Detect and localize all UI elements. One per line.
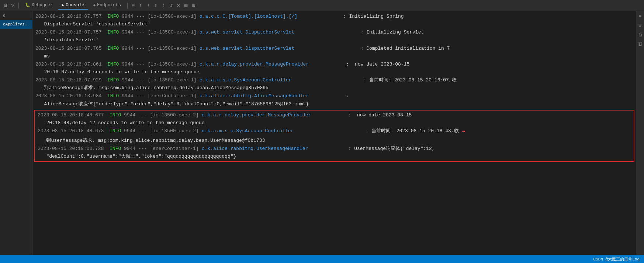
tab-debugger-label: Debugger	[32, 3, 53, 8]
up2-icon[interactable]: ⇑	[153, 1, 159, 9]
undo-icon[interactable]: ↺	[168, 1, 174, 9]
filter-icon[interactable]: ⊟	[2, 1, 8, 9]
up-icon[interactable]: ⬆	[138, 1, 143, 9]
toolbar: ⊟ ▽ 🐛 Debugger ▶ Console ◈ Endpoints ≡ ⬆…	[0, 0, 644, 11]
rt-minus-icon[interactable]: ⊟	[638, 22, 643, 29]
log-entry-2: 2023-08-15 20:16:07.757 INFO 9944 --- [i…	[32, 28, 636, 44]
updown-icon[interactable]: ⇕	[160, 1, 166, 9]
debugger-icon: 🐛	[25, 3, 30, 7]
console-area[interactable]: 2023-08-15 20:16:07.757 INFO 9944 --- [i…	[32, 11, 636, 255]
filter2-icon[interactable]: ▽	[10, 1, 15, 9]
log-entry-1: 2023-08-15 20:16:07.757 INFO 9944 --- [i…	[32, 13, 636, 28]
down-icon[interactable]: ⬇	[145, 1, 151, 9]
sidebar-item-g[interactable]: g	[0, 11, 32, 20]
log-entry-3: 2023-08-15 20:16:07.765 INFO 9944 --- [i…	[32, 45, 636, 60]
grid2-icon[interactable]: ⊞	[190, 1, 196, 9]
menu-icon[interactable]: ≡	[130, 2, 136, 9]
tab-endpoints[interactable]: ◈ Endpoints	[90, 1, 125, 10]
status-bar: CSDN @大魔王的日常Log	[0, 255, 644, 263]
tab-console-label: Console	[66, 3, 84, 8]
main-area: g eApplication 2023-08-15 20:16:07.757 I…	[0, 11, 644, 255]
log-entry-8: 2023-08-15 20:18:48.678 INFO 9944 --- [i…	[35, 127, 634, 145]
tab-debugger[interactable]: 🐛 Debugger	[21, 1, 57, 10]
sidebar-item-application[interactable]: eApplication	[0, 20, 32, 29]
right-toolbar: ≡ ⊟ ⎙ 🗑	[636, 11, 644, 255]
sidebar: g eApplication	[0, 11, 32, 255]
log-entry-6: 2023-08-15 20:16:13.984 INFO 9944 --- [e…	[32, 92, 636, 108]
log-entry-5: 2023-08-15 20:16:07.929 INFO 9944 --- [i…	[32, 76, 636, 92]
rt-print-icon[interactable]: ⎙	[638, 31, 643, 38]
rt-menu-icon[interactable]: ≡	[638, 13, 643, 20]
close-icon[interactable]: ✕	[176, 1, 181, 9]
tab-console[interactable]: ▶ Console	[58, 1, 88, 10]
console-icon: ▶	[62, 3, 64, 7]
status-text: CSDN @大魔王的日常Log	[593, 256, 640, 262]
log-entry-9: 2023-08-15 20:19:00.728 INFO 9944 --- [e…	[35, 145, 634, 161]
grid-icon[interactable]: ▦	[183, 1, 189, 9]
sep1	[18, 3, 19, 8]
log-entry-7: 2023-08-15 20:18:48.677 INFO 9944 --- [i…	[35, 111, 634, 127]
arrow-annotation-1: ➜	[462, 127, 465, 137]
log-entry-4: 2023-08-15 20:16:07.861 INFO 9944 --- [i…	[32, 60, 636, 76]
sep2	[127, 3, 128, 8]
endpoints-icon: ◈	[93, 3, 96, 7]
highlight-region: 2023-08-15 20:18:48.677 INFO 9944 --- [i…	[34, 110, 634, 162]
rt-trash-icon[interactable]: 🗑	[637, 41, 643, 48]
tab-endpoints-label: Endpoints	[97, 3, 121, 8]
